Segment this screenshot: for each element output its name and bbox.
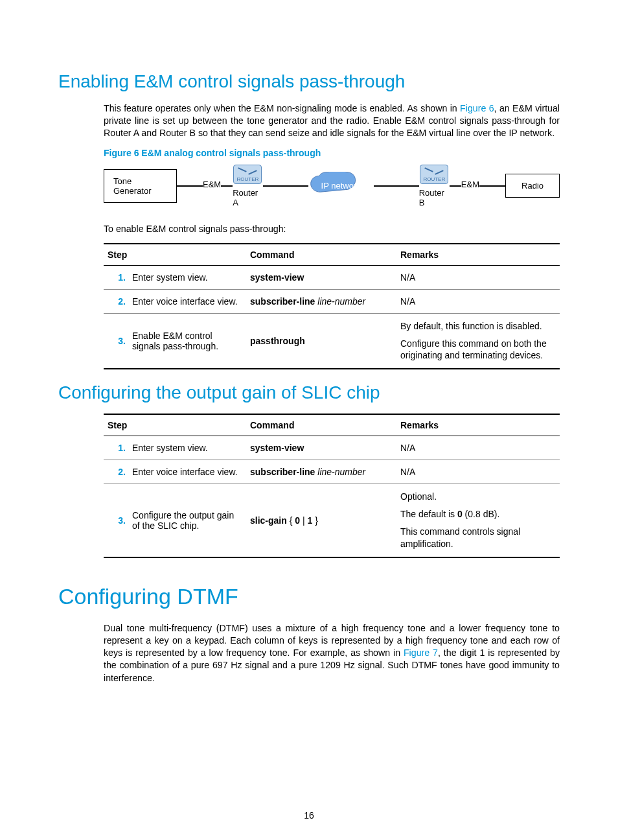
command: system-view [246,265,396,289]
table-row: 3. Configure the output gain of the SLIC… [104,484,560,557]
heading-slic-gain: Configuring the output gain of SLIC chip [58,382,560,403]
table-em-passthrough: Step Command Remarks 1. Enter system vie… [104,243,560,370]
command: subscriber-line line-number [246,289,396,313]
text: (0.8 dB). [463,509,500,519]
node-tone-generator: Tone Generator [104,169,177,203]
ip-network-label: IP network [308,172,374,200]
th-command: Command [246,244,396,266]
router-b: ROUTER Router B [419,165,450,207]
connector-line [450,185,461,187]
th-step: Step [104,414,246,436]
step-text: Enter voice interface view. [128,289,246,313]
table-row: 2. Enter voice interface view. subscribe… [104,460,560,484]
cmd: passthrough [250,336,305,346]
step-number: 3. [104,484,128,557]
remarks: N/A [396,289,560,313]
link-figure-6[interactable]: Figure 6 [460,103,494,113]
ip-network-cloud: IP network [308,172,374,200]
table-row: 2. Enter voice interface view. subscribe… [104,289,560,313]
remark-line: This command controls signal amplificati… [400,526,556,550]
section-body: This feature operates only when the E&M … [104,102,560,369]
heading-configuring-dtmf: Configuring DTMF [58,584,560,609]
remarks: N/A [396,265,560,289]
cmd: system-view [250,272,304,283]
router-a-label: Router A [233,188,262,207]
router-b-label: Router B [419,188,450,207]
remark-line: Configure this command on both the origi… [400,338,556,362]
step-number: 1. [104,265,128,289]
cmd-txt: } [312,515,318,526]
paragraph: Dual tone multi-frequency (DTMF) uses a … [104,622,560,684]
remark-line: By default, this function is disabled. [400,320,556,332]
step-number: 1. [104,436,128,460]
command: subscriber-line line-number [246,460,396,484]
bold-value: 0 [457,509,463,519]
page-number: 16 [0,810,618,821]
table-row: 1. Enter system view. system-view N/A [104,265,560,289]
remark-line: The default is 0 (0.8 dB). [400,508,556,520]
step-number: 3. [104,313,128,369]
paragraph: This feature operates only when the E&M … [104,102,560,140]
cmd-txt: { [287,515,295,526]
figure-caption: Figure 6 E&M analog control signals pass… [104,148,560,158]
connector-line [479,185,505,187]
router-word: ROUTER [234,177,261,182]
text: This feature operates only when the E&M … [104,103,460,113]
label-em: E&M [461,180,479,189]
table-slic-gain: Step Command Remarks 1. Enter system vie… [104,414,560,558]
th-step: Step [104,244,246,266]
router-word: ROUTER [420,177,448,182]
remark-line: Optional. [400,491,556,503]
step-text: Configure the output gain of the SLIC ch… [128,484,246,557]
command: system-view [246,436,396,460]
cmd: slic-gain [250,515,287,526]
th-remarks: Remarks [396,414,560,436]
cmd-arg: line-number [315,296,365,307]
cmd: subscriber-line [250,296,315,307]
cmd: subscriber-line [250,467,315,477]
step-text: Enter voice interface view. [128,460,246,484]
step-text: Enter system view. [128,265,246,289]
col: E&M [461,180,479,192]
connector-line [177,185,203,187]
th-remarks: Remarks [396,244,560,266]
cmd: 0 [295,515,300,526]
command: slic-gain { 0 | 1 } [246,484,396,557]
th-command: Command [246,414,396,436]
connector-line [263,185,308,187]
link-figure-7[interactable]: Figure 7 [404,648,438,658]
remarks: By default, this function is disabled. C… [396,313,560,369]
router-a: ROUTER Router A [233,165,262,207]
section-body: Dual tone multi-frequency (DTMF) uses a … [104,622,560,684]
text: The default is [400,509,457,519]
label-em: E&M [203,180,221,189]
table-row: 3. Enable E&M control signals pass-throu… [104,313,560,369]
step-number: 2. [104,460,128,484]
cmd-arg: line-number [315,467,365,477]
connector-line [221,185,233,187]
section-body: Step Command Remarks 1. Enter system vie… [104,414,560,558]
router-icon: ROUTER [420,165,448,184]
step-text: Enable E&M control signals pass-through. [128,313,246,369]
col: E&M [203,180,221,192]
heading-enabling-em: Enabling E&M control signals pass-throug… [58,71,560,92]
remarks: N/A [396,460,560,484]
cmd-txt: | [300,515,307,526]
remarks: Optional. The default is 0 (0.8 dB). Thi… [396,484,560,557]
connector-line [374,185,419,187]
page: Enabling E&M control signals pass-throug… [0,0,618,840]
cmd: system-view [250,443,304,453]
command: passthrough [246,313,396,369]
figure-6: Tone Generator E&M ROUTER Router A IP ne… [104,165,560,207]
step-number: 2. [104,289,128,313]
remarks: N/A [396,436,560,460]
table-row: 1. Enter system view. system-view N/A [104,436,560,460]
paragraph: To enable E&M control signals pass-throu… [104,223,560,235]
step-text: Enter system view. [128,436,246,460]
node-radio: Radio [505,174,560,198]
router-icon: ROUTER [233,165,262,184]
